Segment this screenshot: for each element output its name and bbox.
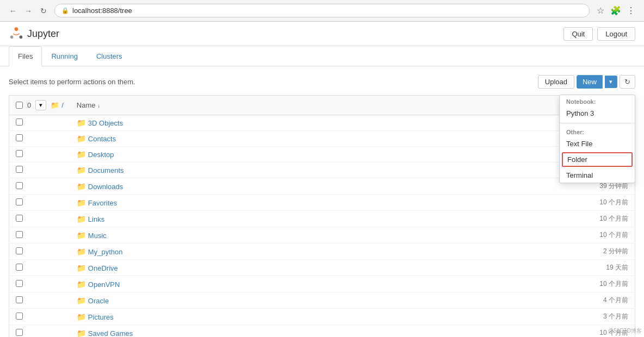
folder-icon: 📁 — [77, 264, 86, 272]
table-row: 📁Pictures3 个月前 — [9, 309, 635, 325]
actions-right: Upload New ▾ ↻ — [538, 75, 635, 89]
table-row: 📁OpenVPN10 个月前 — [9, 276, 635, 292]
table-row: 📁Music10 个月前 — [9, 227, 635, 244]
python3-item[interactable]: Python 3 — [560, 106, 635, 121]
file-link[interactable]: OpenVPN — [88, 280, 120, 289]
row-checkbox[interactable] — [16, 150, 23, 157]
select-all-checkbox[interactable] — [16, 102, 23, 109]
file-link[interactable]: Music — [88, 232, 107, 240]
file-link[interactable]: Documents — [88, 166, 124, 174]
table-row: 📁OneDrive19 天前 — [9, 260, 635, 276]
row-checkbox[interactable] — [16, 198, 23, 205]
row-checkbox[interactable] — [16, 215, 23, 222]
folder-item[interactable]: Folder — [562, 152, 633, 167]
file-link[interactable]: Favorites — [88, 199, 117, 207]
file-link[interactable]: Saved Games — [88, 329, 133, 338]
row-checkbox[interactable] — [16, 280, 23, 287]
sort-arrow-icon: ↓ — [97, 103, 100, 109]
select-dropdown-button[interactable]: ▾ — [35, 100, 46, 110]
modified-cell: 4 个月前 — [570, 292, 635, 309]
terminal-item[interactable]: Terminal — [560, 168, 635, 183]
refresh-button[interactable]: ↻ — [37, 4, 50, 17]
modified-cell: 19 天前 — [570, 260, 635, 276]
row-checkbox[interactable] — [16, 134, 23, 141]
folder-icon: 📁 — [77, 150, 86, 159]
table-row: 📁3D Objects — [9, 115, 635, 131]
modified-cell: 10 个月前 — [570, 195, 635, 211]
upload-button[interactable]: Upload — [538, 75, 574, 89]
folder-icon: 📁 — [77, 198, 86, 207]
row-checkbox[interactable] — [16, 118, 23, 126]
refresh-files-button[interactable]: ↻ — [620, 75, 635, 89]
row-checkbox[interactable] — [16, 182, 23, 189]
table-row: 📁Contacts — [9, 131, 635, 147]
svg-point-2 — [20, 35, 23, 39]
row-checkbox[interactable] — [16, 296, 23, 303]
tab-running[interactable]: Running — [42, 46, 86, 66]
name-col-header[interactable]: Name ↓ — [70, 96, 570, 115]
row-checkbox[interactable] — [16, 166, 23, 173]
row-checkbox[interactable] — [16, 264, 23, 271]
watermark: @51CTO博客 — [608, 327, 642, 335]
logout-button[interactable]: Logout — [597, 27, 635, 41]
file-link[interactable]: Downloads — [88, 183, 123, 191]
select-instructions: Select items to perform actions on them. — [9, 78, 135, 86]
row-checkbox[interactable] — [16, 247, 23, 254]
textfile-item[interactable]: Text File — [560, 136, 635, 151]
table-row: 📁Favorites10 个月前 — [9, 195, 635, 211]
new-dropdown-button[interactable]: ▾ — [605, 76, 617, 88]
table-header-row: 0 ▾ 📁 / Name ↓ Last Modified — [9, 96, 635, 115]
jupyter-logo-icon — [9, 26, 24, 41]
actions-row: Select items to perform actions on them.… — [9, 75, 635, 89]
folder-icon: 📁 — [77, 231, 86, 240]
modified-cell: 10 个月前 — [570, 227, 635, 244]
file-link[interactable]: 3D Objects — [88, 119, 123, 127]
quit-button[interactable]: Quit — [564, 27, 593, 41]
select-count: 0 — [27, 101, 31, 109]
folder-icon: 📁 — [77, 118, 86, 127]
nav-buttons: ← → ↻ — [7, 4, 50, 17]
table-row: 📁Documents — [9, 163, 635, 178]
menu-icon[interactable]: ⋮ — [624, 4, 637, 17]
extensions-icon[interactable]: 🧩 — [609, 4, 622, 17]
row-checkbox[interactable] — [16, 329, 23, 336]
table-row: 📁Links10 个月前 — [9, 211, 635, 227]
new-button[interactable]: New — [577, 75, 603, 89]
table-row: 📁Saved Games10 个月前 — [9, 325, 635, 338]
folder-icon: 📁 — [77, 134, 86, 143]
table-row: 📁Oracle4 个月前 — [9, 292, 635, 309]
svg-point-0 — [15, 27, 18, 31]
file-link[interactable]: Contacts — [88, 135, 116, 143]
folder-icon: 📁 — [77, 329, 86, 338]
back-button[interactable]: ← — [7, 4, 20, 17]
forward-button[interactable]: → — [22, 4, 35, 17]
tabs-bar: Files Running Clusters — [0, 46, 644, 66]
breadcrumb-folder[interactable]: 📁 / — [51, 101, 64, 109]
row-checkbox[interactable] — [16, 313, 23, 320]
main-content: Select items to perform actions on them.… — [0, 66, 644, 337]
folder-icon: 📁 — [77, 215, 86, 223]
file-link[interactable]: My_python — [88, 248, 123, 256]
row-checkbox[interactable] — [16, 231, 23, 238]
table-row: 📁Desktop — [9, 147, 635, 163]
modified-cell: 2 分钟前 — [570, 244, 635, 260]
browser-actions: ☆ 🧩 ⋮ — [594, 4, 637, 17]
file-link[interactable]: Oracle — [88, 297, 109, 305]
tab-files[interactable]: Files — [9, 46, 42, 66]
modified-cell: 3 个月前 — [570, 309, 635, 325]
folder-icon: 📁 — [77, 166, 86, 174]
file-link[interactable]: Pictures — [88, 313, 114, 321]
bookmark-icon[interactable]: ☆ — [594, 4, 607, 17]
address-bar[interactable]: 🔒 localhost:8888/tree — [54, 4, 590, 17]
file-link[interactable]: Links — [88, 215, 104, 223]
header-buttons: Quit Logout — [564, 27, 635, 41]
file-link[interactable]: OneDrive — [88, 264, 118, 272]
tab-clusters[interactable]: Clusters — [87, 46, 132, 66]
folder-icon: 📁 — [77, 296, 86, 305]
browser-chrome: ← → ↻ 🔒 localhost:8888/tree ☆ 🧩 ⋮ — [0, 0, 644, 22]
svg-point-1 — [10, 35, 14, 39]
file-link[interactable]: Desktop — [88, 151, 114, 159]
folder-icon-breadcrumb: 📁 — [51, 101, 59, 109]
file-table: 0 ▾ 📁 / Name ↓ Last Modified — [9, 95, 635, 337]
name-col-label: Name — [77, 101, 96, 109]
